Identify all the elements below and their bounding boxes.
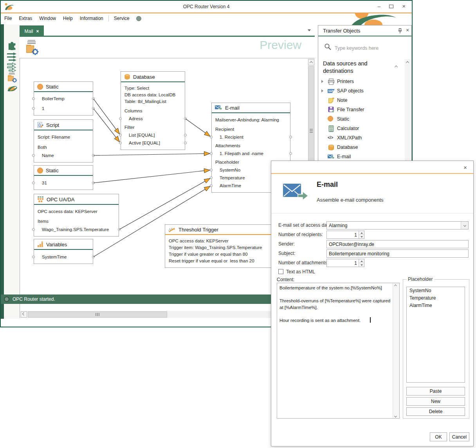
- tab-mail[interactable]: Mail ×: [20, 25, 44, 37]
- connection-port[interactable]: [210, 177, 213, 179]
- access-data-combobox[interactable]: Alarming: [326, 221, 469, 229]
- connection-port[interactable]: [210, 169, 213, 172]
- search-input[interactable]: Type keywords here: [335, 45, 379, 51]
- connection-port[interactable]: [210, 136, 213, 139]
- ok-button[interactable]: OK: [430, 432, 447, 441]
- transfer-item-printers[interactable]: Printers: [318, 78, 404, 86]
- connection-port[interactable]: [184, 117, 187, 120]
- menu-help[interactable]: Help: [60, 14, 76, 23]
- connection-port[interactable]: [32, 154, 35, 157]
- variables-icon: [37, 241, 43, 247]
- connection-port[interactable]: [118, 228, 121, 231]
- database-icon: [328, 144, 335, 151]
- menu-file[interactable]: File: [1, 14, 15, 23]
- scroll-up-icon[interactable]: [406, 61, 409, 64]
- scroll-up-icon[interactable]: [394, 284, 397, 287]
- attachments-spinner[interactable]: [359, 259, 364, 267]
- transfer-item-file-transfer[interactable]: File Transfer: [318, 106, 404, 114]
- printer-icon: [328, 78, 335, 85]
- sender-input[interactable]: OPCRouter@inray.de: [326, 240, 469, 248]
- menu-service[interactable]: Service: [110, 14, 133, 23]
- cancel-button[interactable]: Cancel: [449, 432, 469, 441]
- transfer-item-note[interactable]: Note: [318, 96, 404, 105]
- node-static-2[interactable]: Static 31: [34, 165, 93, 190]
- node-row: Trigger item: Wago_Training.SPS.Temperat…: [165, 244, 276, 251]
- placeholder-listbox[interactable]: SystemNo Temperature AlarmTime: [406, 287, 465, 383]
- connections-solid-icon[interactable]: [6, 52, 18, 62]
- connection-port[interactable]: [210, 184, 213, 187]
- expand-arrow-icon[interactable]: [321, 89, 323, 92]
- transfer-item-sap[interactable]: SAP SAP objects: [318, 87, 404, 96]
- dialog-close-icon[interactable]: ×: [463, 164, 467, 171]
- collapse-chevron-icon[interactable]: [395, 65, 398, 69]
- menu-window[interactable]: Window: [36, 14, 60, 23]
- transfer-item-email[interactable]: E-mail: [318, 153, 404, 161]
- node-threshold-trigger[interactable]: Threshold Trigger OPC access data: KEPSe…: [165, 224, 277, 268]
- pin-icon[interactable]: [397, 28, 403, 34]
- node-row: Both: [34, 144, 93, 150]
- connections-outline-icon[interactable]: [6, 62, 18, 72]
- connection-port[interactable]: [210, 152, 213, 155]
- section-header[interactable]: Data sources and destinations: [323, 60, 393, 75]
- project-settings-icon[interactable]: [24, 38, 39, 56]
- transfer-item-static[interactable]: Static: [318, 115, 404, 124]
- connection-port[interactable]: [92, 256, 95, 258]
- node-opc-ua-da[interactable]: OPC UA/DA OPC access data: KEPServerItem…: [34, 194, 119, 237]
- maximize-button[interactable]: [389, 5, 393, 8]
- connection-port[interactable]: [92, 107, 95, 110]
- delete-button[interactable]: Delete: [406, 407, 465, 416]
- menu-extras[interactable]: Extras: [15, 14, 36, 23]
- connection-port[interactable]: [119, 117, 122, 120]
- text-as-html-checkbox[interactable]: [278, 269, 283, 274]
- transfer-item-database[interactable]: Database: [318, 143, 404, 152]
- connection-port[interactable]: [92, 98, 95, 100]
- combo-dropdown-icon[interactable]: [461, 222, 468, 229]
- transfer-item-xml-xpath[interactable]: </> XML/XPath: [318, 134, 404, 143]
- plugins-puzzle-icon[interactable]: [6, 40, 18, 50]
- placeholder-item[interactable]: AlarmTime: [407, 302, 465, 309]
- scroll-up-button[interactable]: [308, 59, 314, 65]
- textarea-scrollbar[interactable]: [393, 283, 399, 418]
- connection-port[interactable]: [289, 136, 292, 139]
- panel-close-icon[interactable]: ×: [406, 27, 409, 33]
- horizontal-scroll-thumb[interactable]: [28, 311, 167, 318]
- scroll-left-button[interactable]: [21, 311, 27, 318]
- attachments-input[interactable]: 1: [326, 259, 364, 267]
- recipients-spinner[interactable]: [359, 231, 364, 238]
- recipients-input[interactable]: 1: [326, 231, 364, 239]
- scroll-down-icon[interactable]: [394, 415, 397, 417]
- node-script[interactable]: {} Script Script: FilenameBothName: [34, 119, 93, 163]
- connection-port[interactable]: [119, 142, 122, 145]
- connection-port[interactable]: [32, 107, 35, 110]
- placeholder-item[interactable]: SystemNo: [407, 287, 465, 294]
- connection-port[interactable]: [184, 134, 187, 137]
- connection-port[interactable]: [92, 154, 95, 157]
- paste-button[interactable]: Paste: [406, 387, 465, 396]
- new-button[interactable]: New: [406, 397, 465, 406]
- subject-input[interactable]: Boilertemperature monitoring: [326, 249, 469, 258]
- close-button[interactable]: ×: [402, 3, 406, 9]
- connection-port[interactable]: [32, 98, 35, 100]
- node-title: Threshold Trigger: [178, 227, 218, 233]
- content-textarea[interactable]: Boilertemperature of the system no.[%Sys…: [277, 283, 400, 419]
- connection-port[interactable]: [92, 182, 95, 184]
- connection-port[interactable]: [184, 142, 187, 145]
- sap-icon: SAP: [328, 88, 335, 94]
- menu-information[interactable]: Information: [76, 14, 107, 23]
- node-static-1[interactable]: Static BoilerTemp1: [34, 81, 93, 116]
- node-variables[interactable]: Variables SystemTime: [34, 239, 93, 264]
- expand-arrow-icon[interactable]: [321, 80, 323, 83]
- placeholder-item[interactable]: Temperature: [407, 294, 465, 302]
- transfer-item-calculator[interactable]: Calculator: [318, 125, 404, 133]
- tab-close-icon[interactable]: ×: [36, 29, 39, 34]
- connection-port[interactable]: [119, 134, 122, 137]
- project-folder-gear-icon[interactable]: [6, 72, 18, 83]
- connection-port[interactable]: [32, 182, 35, 184]
- opcrouter-swirl-icon[interactable]: [6, 83, 18, 93]
- node-database[interactable]: Database Type: SelectDB access data: Loc…: [121, 71, 185, 150]
- connection-port[interactable]: [32, 228, 35, 231]
- tab-list-chevron-icon[interactable]: [308, 29, 311, 31]
- minimize-button[interactable]: –: [377, 3, 380, 9]
- connection-port[interactable]: [289, 152, 292, 155]
- connection-port[interactable]: [32, 256, 35, 258]
